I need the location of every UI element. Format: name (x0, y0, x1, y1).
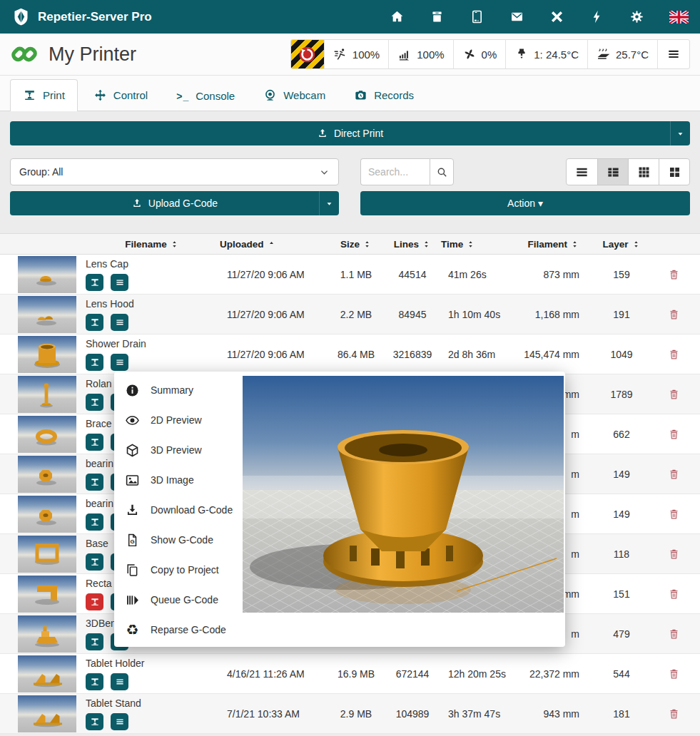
file-menu-button[interactable] (111, 713, 128, 730)
print-file-button[interactable] (86, 274, 103, 291)
home-icon[interactable] (390, 9, 405, 24)
thumbnail-cell (0, 416, 84, 453)
gcode-thumbnail[interactable] (18, 296, 76, 333)
upload-gcode-dropdown[interactable] (319, 191, 339, 215)
gcode-thumbnail[interactable] (18, 496, 76, 533)
file-menu-button[interactable] (111, 354, 128, 371)
file-menu-button[interactable] (111, 274, 128, 291)
menu-item-download-gcode[interactable]: Download G-Code (114, 495, 243, 525)
status-extruder-temp[interactable]: 1: 24.5°C (505, 40, 587, 68)
trash-icon[interactable] (668, 508, 680, 521)
printer-icon (90, 477, 100, 487)
tab-records[interactable]: Records (341, 79, 427, 111)
menu-item-3d-preview[interactable]: 3D Preview (114, 435, 243, 465)
print-file-button[interactable] (86, 394, 103, 411)
status-printer-menu[interactable] (657, 40, 689, 68)
direct-print-button[interactable]: Direct Print (10, 121, 690, 145)
menu-item-label: Summary (151, 384, 193, 396)
view-large-button[interactable] (659, 159, 689, 185)
gcode-thumbnail[interactable] (18, 536, 76, 573)
gcode-thumbnail[interactable] (18, 376, 76, 413)
tab-webcam[interactable]: Webcam (250, 79, 338, 111)
group-select[interactable]: Group: All (10, 158, 339, 185)
column-header-layer[interactable]: Layer (595, 239, 648, 250)
trash-icon[interactable] (668, 588, 680, 600)
menu-item-queue-gcode[interactable]: Queue G-Code (114, 585, 243, 615)
status-flow[interactable]: 100% (388, 40, 452, 68)
gcode-thumbnail[interactable] (18, 615, 76, 653)
gcode-thumbnail[interactable] (18, 576, 76, 613)
column-header-filename[interactable]: Filename (84, 239, 220, 250)
gcode-thumbnail[interactable] (18, 416, 76, 453)
menu-item-copy-to-project[interactable]: Copy to Project (114, 555, 243, 585)
upload-gcode-button[interactable]: Upload G-Code (10, 191, 339, 215)
direct-print-dropdown[interactable] (670, 121, 690, 145)
action-button[interactable]: Action ▾ (360, 191, 690, 215)
tab-control[interactable]: Control (81, 79, 161, 111)
menu-item-3d-image[interactable]: 3D Image (114, 465, 243, 495)
column-header-lines[interactable]: Lines (384, 239, 441, 250)
layer-cell: 1049 (595, 349, 648, 360)
brand[interactable]: Repetier-Server Pro (11, 7, 152, 26)
file-menu-button[interactable] (111, 314, 128, 331)
tab-print[interactable]: Print (10, 79, 78, 111)
print-file-button[interactable] (86, 513, 103, 531)
caret-down-icon (676, 129, 685, 138)
trash-icon[interactable] (668, 668, 680, 680)
power-icon[interactable] (589, 9, 604, 24)
thumbnail-cell (0, 456, 84, 493)
column-header-filament[interactable]: Filament (521, 239, 595, 250)
gcode-thumbnail[interactable] (18, 256, 76, 293)
view-grid-button[interactable] (628, 159, 659, 185)
view-list-button[interactable] (567, 159, 597, 185)
printer-icon (90, 637, 100, 647)
gcode-thumbnail[interactable] (18, 336, 76, 373)
messages-icon[interactable] (509, 9, 524, 24)
column-header-size[interactable]: Size (328, 239, 384, 250)
trash-icon[interactable] (668, 548, 680, 561)
search-button[interactable] (430, 158, 454, 185)
trash-icon[interactable] (668, 468, 680, 481)
status-fan[interactable]: 0% (453, 40, 506, 68)
print-file-button[interactable] (86, 673, 103, 690)
language-uk-flag-icon[interactable] (669, 11, 689, 24)
trash-icon[interactable] (668, 268, 680, 281)
menu-item-2d-preview[interactable]: 2D Preview (114, 405, 243, 435)
print-file-button[interactable] (86, 474, 103, 491)
tab-console[interactable]: >_Console (163, 81, 248, 111)
column-header-label: Filename (125, 239, 167, 250)
file-menu-button[interactable] (111, 673, 128, 690)
menu-item-reparse-gcode[interactable]: ♻Reparse G-Code (114, 615, 243, 645)
trash-icon[interactable] (668, 348, 680, 361)
gcode-thumbnail[interactable] (18, 456, 76, 493)
navbar-icons (390, 9, 689, 24)
print-file-button[interactable] (86, 354, 103, 371)
print-file-button[interactable] (86, 713, 103, 730)
trash-icon[interactable] (668, 388, 680, 401)
gcode-thumbnail[interactable] (18, 655, 76, 692)
printer-icon (90, 517, 100, 527)
status-bed-temp[interactable]: 25.7°C (587, 40, 657, 68)
settings-icon[interactable] (629, 9, 644, 24)
column-header-time[interactable]: Time (441, 239, 521, 250)
print-file-button[interactable] (86, 593, 103, 610)
trash-icon[interactable] (668, 628, 680, 640)
printer-list-icon[interactable] (430, 9, 445, 24)
print-file-button[interactable] (86, 434, 103, 451)
menu-item-summary[interactable]: Summary (114, 375, 243, 405)
emergency-stop-button[interactable] (291, 40, 324, 68)
touchscreen-icon[interactable] (470, 9, 485, 24)
menu-item-show-gcode[interactable]: GShow G-Code (114, 525, 243, 555)
print-file-button[interactable] (86, 633, 103, 650)
search-input[interactable] (360, 158, 430, 185)
print-file-button[interactable] (86, 553, 103, 571)
trash-icon[interactable] (668, 428, 680, 441)
gcode-thumbnail[interactable] (18, 695, 76, 732)
status-speed[interactable]: 100% (324, 40, 388, 68)
trash-icon[interactable] (668, 308, 680, 321)
view-detail-button[interactable] (597, 159, 628, 185)
column-header-uploaded[interactable]: Uploaded (220, 239, 328, 250)
maintenance-icon[interactable] (549, 9, 564, 24)
print-file-button[interactable] (86, 314, 103, 331)
trash-icon[interactable] (668, 707, 680, 720)
